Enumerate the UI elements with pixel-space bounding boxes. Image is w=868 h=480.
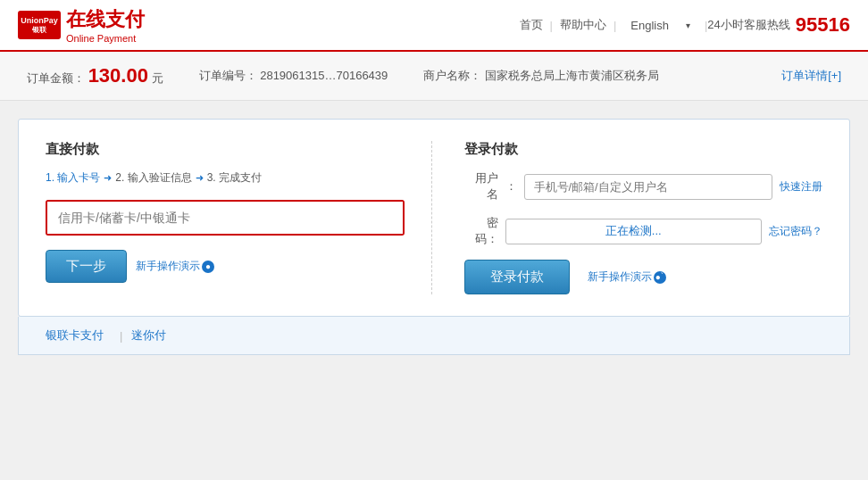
nav-home[interactable]: 首页 bbox=[513, 17, 550, 33]
tab-unionpay[interactable]: 银联卡支付 bbox=[46, 327, 120, 343]
forgot-password-link[interactable]: 忘记密码？ bbox=[769, 224, 822, 239]
hotline: 24小时客服热线 95516 bbox=[707, 13, 850, 37]
order-num-value: 2819061315…70166439 bbox=[260, 69, 388, 82]
step3-label: 3. 完成支付 bbox=[207, 170, 262, 186]
payment-panel: 直接付款 1. 输入卡号 ➜ 2. 输入验证信息 ➜ 3. 完成支付 下一步 新… bbox=[18, 119, 850, 317]
login-pay-button[interactable]: 登录付款 bbox=[464, 260, 570, 294]
language-selector[interactable]: English ▾ bbox=[616, 19, 705, 32]
login-pay-title: 登录付款 bbox=[464, 141, 823, 158]
tab-mini-label: 迷你付 bbox=[131, 328, 166, 342]
logo-line1: UnionPay bbox=[21, 16, 58, 26]
username-row: 用户名 ： 快速注册 bbox=[464, 170, 823, 203]
merchant-name: 国家税务总局上海市黄浦区税务局 bbox=[485, 69, 659, 82]
next-button[interactable]: 下一步 bbox=[46, 250, 127, 283]
logo-text: 在线支付 Online Payment bbox=[66, 6, 145, 44]
order-amount-section: 订单金额： 130.00 元 bbox=[27, 64, 163, 87]
direct-pay-title: 直接付款 bbox=[46, 141, 405, 158]
order-bar: 订单金额： 130.00 元 订单编号： 2819061315…70166439… bbox=[0, 52, 868, 101]
tab-unionpay-label: 银联卡支付 bbox=[46, 328, 104, 342]
tab-separator: | bbox=[120, 329, 131, 343]
step-arrow1: ➜ bbox=[104, 172, 112, 184]
direct-pay-section: 直接付款 1. 输入卡号 ➜ 2. 输入验证信息 ➜ 3. 完成支付 下一步 新… bbox=[46, 141, 432, 294]
username-label: 用户名 bbox=[464, 170, 498, 203]
step-arrow2: ➜ bbox=[196, 172, 204, 184]
chevron-down-icon: ▾ bbox=[679, 21, 697, 30]
login-pay-actions: 登录付款 新手操作演示 ●` bbox=[464, 260, 823, 294]
password-row: 密 码： 忘记密码？ bbox=[464, 215, 823, 247]
logo-title-en: Online Payment bbox=[66, 33, 145, 44]
hotline-number: 95516 bbox=[796, 13, 850, 37]
logo-title-zh: 在线支付 bbox=[66, 6, 145, 33]
direct-pay-demo-link[interactable]: 新手操作演示 ● bbox=[136, 259, 214, 274]
card-input-wrapper bbox=[46, 200, 405, 236]
step2-label: 2. 输入验证信息 bbox=[115, 170, 191, 186]
password-input[interactable] bbox=[505, 219, 763, 244]
login-demo-icon: ●` bbox=[654, 271, 666, 284]
direct-demo-label: 新手操作演示 bbox=[136, 260, 200, 272]
header: UnionPay 银联 在线支付 Online Payment 首页 | 帮助中… bbox=[0, 0, 868, 52]
amount-unit: 元 bbox=[152, 71, 163, 85]
tab-mini[interactable]: 迷你付 bbox=[131, 327, 182, 343]
login-demo-label: 新手操作演示 bbox=[588, 270, 652, 283]
logo: UnionPay 银联 在线支付 Online Payment bbox=[18, 6, 145, 44]
order-detail-link[interactable]: 订单详情[+] bbox=[781, 68, 841, 84]
register-link[interactable]: 快速注册 bbox=[780, 179, 822, 194]
password-label: 密 码： bbox=[464, 215, 498, 247]
username-colon: ： bbox=[505, 178, 517, 194]
logo-line2: 银联 bbox=[32, 26, 46, 35]
steps: 1. 输入卡号 ➜ 2. 输入验证信息 ➜ 3. 完成支付 bbox=[46, 170, 405, 186]
card-number-input[interactable] bbox=[47, 202, 403, 234]
language-label: English bbox=[623, 19, 676, 32]
step1-label: 1. 输入卡号 bbox=[46, 170, 100, 186]
unionpay-badge: UnionPay 银联 bbox=[18, 11, 61, 39]
order-num-section: 订单编号： 2819061315…70166439 bbox=[199, 68, 388, 84]
merchant-section: 商户名称： 国家税务总局上海市黄浦区税务局 bbox=[423, 68, 659, 84]
login-demo-link[interactable]: 新手操作演示 ●` bbox=[588, 269, 666, 285]
nav-help[interactable]: 帮助中心 bbox=[553, 17, 613, 33]
header-nav: 首页 | 帮助中心 | English ▾ | bbox=[513, 17, 708, 33]
order-num-label: 订单编号： bbox=[199, 69, 257, 82]
main: 直接付款 1. 输入卡号 ➜ 2. 输入验证信息 ➜ 3. 完成支付 下一步 新… bbox=[0, 101, 868, 355]
login-pay-section: 登录付款 用户名 ： 快速注册 密 码： 忘记密码？ 登录付款 新手操作演示 ●… bbox=[432, 141, 823, 294]
bottom-tabs: 银联卡支付 | 迷你付 bbox=[18, 317, 850, 355]
amount-value: 130.00 bbox=[88, 64, 148, 87]
username-input[interactable] bbox=[524, 174, 773, 200]
direct-pay-actions: 下一步 新手操作演示 ● bbox=[46, 250, 405, 283]
header-right: 首页 | 帮助中心 | English ▾ | 24小时客服热线 95516 bbox=[513, 13, 850, 37]
amount-label: 订单金额： bbox=[27, 71, 85, 85]
merchant-label: 商户名称： bbox=[423, 69, 481, 82]
hotline-label: 24小时客服热线 bbox=[707, 17, 789, 33]
demo-icon: ● bbox=[202, 261, 214, 273]
